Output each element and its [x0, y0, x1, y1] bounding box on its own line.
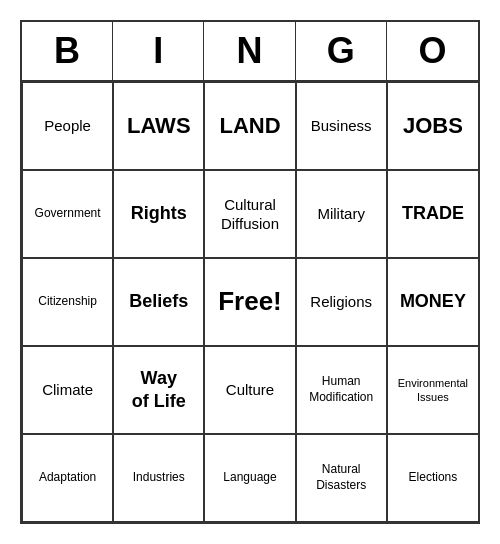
- cell-r4-c0[interactable]: Adaptation: [22, 434, 113, 522]
- cell-r4-c4[interactable]: Elections: [387, 434, 478, 522]
- cell-r0-c3[interactable]: Business: [296, 82, 387, 170]
- cell-r2-c3[interactable]: Religions: [296, 258, 387, 346]
- cell-r1-c4[interactable]: TRADE: [387, 170, 478, 258]
- cell-r0-c2[interactable]: LAND: [204, 82, 295, 170]
- cell-r2-c1[interactable]: Beliefs: [113, 258, 204, 346]
- cell-r1-c2[interactable]: CulturalDiffusion: [204, 170, 295, 258]
- cell-r4-c2[interactable]: Language: [204, 434, 295, 522]
- cell-r0-c0[interactable]: People: [22, 82, 113, 170]
- bingo-header: BINGO: [22, 22, 478, 82]
- cell-r0-c4[interactable]: JOBS: [387, 82, 478, 170]
- cell-r0-c1[interactable]: LAWS: [113, 82, 204, 170]
- bingo-grid: PeopleLAWSLANDBusinessJOBSGovernmentRigh…: [22, 82, 478, 522]
- header-letter: O: [387, 22, 478, 80]
- cell-r4-c1[interactable]: Industries: [113, 434, 204, 522]
- bingo-card: BINGO PeopleLAWSLANDBusinessJOBSGovernme…: [20, 20, 480, 524]
- header-letter: B: [22, 22, 113, 80]
- cell-r3-c1[interactable]: Wayof Life: [113, 346, 204, 434]
- header-letter: G: [296, 22, 387, 80]
- header-letter: I: [113, 22, 204, 80]
- cell-r4-c3[interactable]: NaturalDisasters: [296, 434, 387, 522]
- cell-r2-c2[interactable]: Free!: [204, 258, 295, 346]
- cell-r3-c0[interactable]: Climate: [22, 346, 113, 434]
- cell-r3-c4[interactable]: EnvironmentalIssues: [387, 346, 478, 434]
- cell-r3-c3[interactable]: HumanModification: [296, 346, 387, 434]
- cell-r2-c0[interactable]: Citizenship: [22, 258, 113, 346]
- header-letter: N: [204, 22, 295, 80]
- cell-r1-c1[interactable]: Rights: [113, 170, 204, 258]
- cell-r1-c3[interactable]: Military: [296, 170, 387, 258]
- cell-r2-c4[interactable]: MONEY: [387, 258, 478, 346]
- cell-r1-c0[interactable]: Government: [22, 170, 113, 258]
- cell-r3-c2[interactable]: Culture: [204, 346, 295, 434]
